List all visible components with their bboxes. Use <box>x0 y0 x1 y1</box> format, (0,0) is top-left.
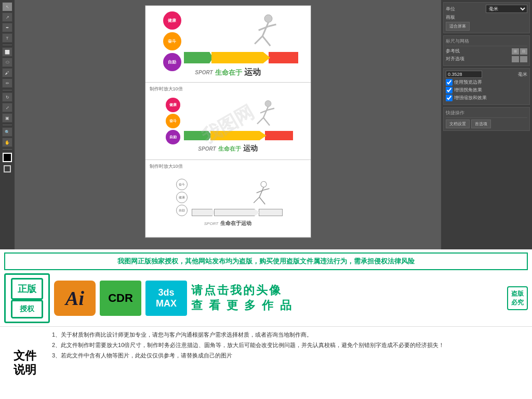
sport-title-3: SPORT 生命在于运动 <box>150 219 307 228</box>
pen-tool[interactable]: ✒ <box>2 23 12 32</box>
daobanbijiu-line2: 必究 <box>511 298 524 307</box>
arrow-yellow-2 <box>210 131 267 140</box>
display-unit: 毫米 <box>518 71 527 78</box>
arrow-green <box>184 52 214 63</box>
svg-point-12 <box>261 181 267 187</box>
display-value-input[interactable] <box>446 71 482 78</box>
badge-zhengban: 正版 授权 <box>4 273 50 323</box>
badge-3ds[interactable]: 3ds MAX <box>145 281 187 316</box>
arrow-green-2 <box>184 131 212 140</box>
ref-icon-2[interactable]: ⊟ <box>520 48 527 55</box>
stroke-indicator[interactable] <box>4 165 11 172</box>
page-label-3: 制作时放大10倍 <box>150 163 307 170</box>
hand-tool[interactable]: ✋ <box>2 138 12 147</box>
cta-line1: 请点击我的头像 <box>191 283 503 298</box>
sport-graphic-1: 健康 奋斗 自励 <box>150 9 307 79</box>
circle-fight: 奋斗 <box>163 32 181 50</box>
graphic-area-3: 奋斗 健康 自励 <box>171 177 285 219</box>
paintbrush-tool[interactable]: 🖌 <box>2 68 12 77</box>
panel-unit-section: 单位 毫米 像素 点 画板 适合屏幕 <box>443 2 530 33</box>
shape-tool[interactable]: ⬜ <box>2 47 12 57</box>
circle-fight-2: 奋斗 <box>166 114 180 128</box>
document-pages: 健康 奋斗 自励 <box>145 5 311 238</box>
svg-line-11 <box>268 109 274 110</box>
gradient-tool[interactable]: ▣ <box>2 113 12 123</box>
file-title-line2: 说明 <box>14 363 36 377</box>
display-value-row: 毫米 <box>446 71 527 78</box>
arrow-red-2 <box>265 131 293 140</box>
svg-line-5 <box>268 24 276 26</box>
arrow-outline-1 <box>192 209 215 216</box>
preview-label: 使用预览边界 <box>454 79 482 86</box>
scale-checkbox[interactable] <box>446 95 453 101</box>
svg-line-8 <box>257 118 263 124</box>
page-content-1: 健康 奋斗 自励 <box>150 9 307 79</box>
svg-line-7 <box>263 107 268 118</box>
circle-self-3: 自励 <box>176 205 188 216</box>
runner-svg-3 <box>244 179 272 210</box>
svg-line-2 <box>255 36 262 44</box>
align-icon-1[interactable] <box>512 56 519 62</box>
right-panel: 单位 毫米 像素 点 画板 适合屏幕 标尺与网格 参考线 <box>441 0 532 249</box>
unit-label: 单位 <box>446 6 455 12</box>
bottom-area: 我图网正版独家授权，其他网站发布均为盗版，购买使用盗版文件属违法行为，需承担侵权… <box>0 249 532 399</box>
sport-graphic-3: 奋斗 健康 自励 <box>150 177 307 228</box>
preview-checkbox-row: 使用预览边界 <box>446 79 527 86</box>
page-content-2: 健康 奋斗 自励 <box>150 94 307 156</box>
circles-group-3: 奋斗 健康 自励 <box>176 179 188 216</box>
align-icon-2[interactable] <box>520 56 527 62</box>
corner-label: 增强拐角效果 <box>454 87 482 94</box>
file-title-line1: 文件 <box>14 349 36 363</box>
scale-tool[interactable]: ⤢ <box>2 103 12 112</box>
ref-icon-1[interactable]: ⊞ <box>512 48 519 55</box>
scale-label-2: 增强缩放和效果 <box>454 95 487 101</box>
circle-self-2: 自励 <box>166 130 180 144</box>
badge-cdr[interactable]: CDR <box>100 281 141 316</box>
sport-cn-3: 生命在于运动 <box>220 220 251 227</box>
scale-label: 画板 <box>446 14 455 21</box>
desc-item-2: 2、此文件制作时需要放大10倍尺寸，制作时务必注意描边、圆角等，放大后可能会改变… <box>52 340 528 351</box>
corner-checkbox[interactable] <box>446 87 453 94</box>
sport-cn-prefix-1: 生命在于 <box>215 68 242 77</box>
panel-quick-ops: 快捷操作 文档设置 首选项 <box>443 107 530 131</box>
direct-select-tool[interactable]: ↗ <box>2 12 12 22</box>
select-tool[interactable]: ↖ <box>2 2 12 11</box>
sport-cn-prefix-2: 生命在于 <box>218 145 241 153</box>
circle-health: 健康 <box>163 11 181 30</box>
arrow-shapes-3 <box>192 209 283 216</box>
svg-point-0 <box>264 15 272 22</box>
svg-line-14 <box>254 197 259 203</box>
graphic-area-1: 健康 奋斗 自励 <box>155 9 301 66</box>
circle-fight-3: 健康 <box>176 192 188 203</box>
canvas-area: 我图网 健康 奋斗 自励 <box>15 0 441 249</box>
file-title-box: 文件 说明 <box>4 330 46 396</box>
app-container: Ai ↖ ↗ ✒ T ⬜ ⬭ 🖌 ✏ ↻ ⤢ ▣ 🔍 ✋ 我图网 <box>0 0 532 399</box>
pencil-tool[interactable]: ✏ <box>2 78 12 88</box>
type-tool[interactable]: T <box>2 33 12 43</box>
sport-title-2: SPORT 生命在于 运动 <box>150 143 307 154</box>
panel-display-section: 毫米 使用预览边界 增强拐角效果 增强缩放和效果 <box>443 68 530 105</box>
unit-dropdown[interactable]: 毫米 像素 点 <box>486 5 527 13</box>
corner-checkbox-row: 增强拐角效果 <box>446 87 527 94</box>
align-label: 对齐选项 <box>446 56 464 62</box>
tool-separator-4 <box>3 149 12 150</box>
preview-checkbox[interactable] <box>446 79 453 86</box>
reference-row: 参考线 ⊞ ⊟ <box>446 48 527 55</box>
svg-line-1 <box>262 22 268 36</box>
ellipse-tool[interactable]: ⬭ <box>2 58 12 67</box>
preferences-btn[interactable]: 首选项 <box>471 119 491 128</box>
doc-settings-btn[interactable]: 文档设置 <box>446 119 470 128</box>
page-content-3: 奋斗 健康 自励 <box>150 171 307 234</box>
zoom-tool[interactable]: 🔍 <box>2 127 12 137</box>
rotate-tool[interactable]: ↻ <box>2 92 12 102</box>
badge-ai[interactable]: Ai <box>54 281 96 316</box>
runner-svg-1 <box>241 11 280 53</box>
file-desc: 1、关于材质制作商比设计师更加专业，请您与客户沟通根据客户需求选择材质，或者咨询… <box>52 330 528 396</box>
reference-label: 参考线 <box>446 48 460 55</box>
fit-screen-btn[interactable]: 适合屏幕 <box>446 22 470 31</box>
circle-health-2: 健康 <box>166 98 180 112</box>
runner-svg-2 <box>246 98 277 131</box>
svg-line-13 <box>259 187 263 197</box>
scale-section-title: 标尺与网格 <box>446 38 527 46</box>
fill-stroke-indicator[interactable] <box>3 153 12 162</box>
